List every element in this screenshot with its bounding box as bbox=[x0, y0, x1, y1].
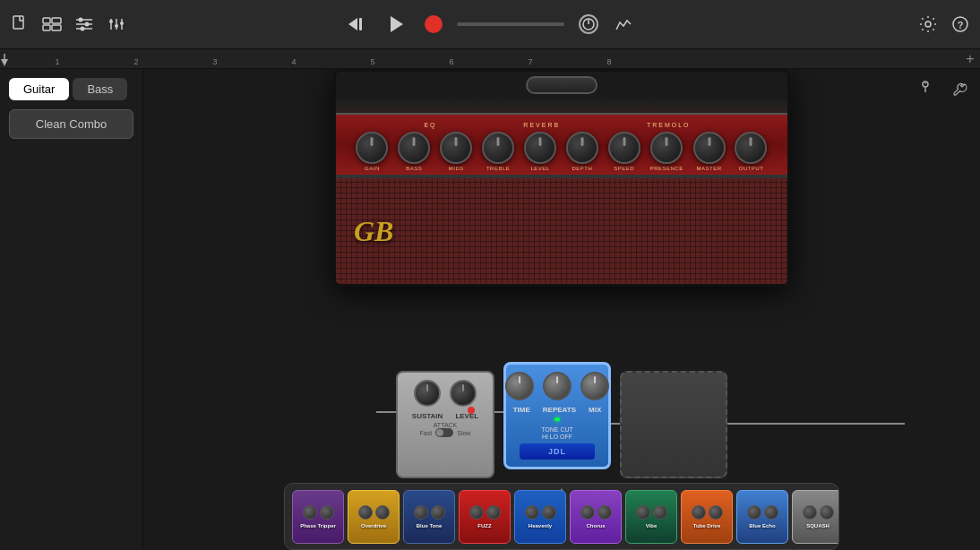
ruler-tick-8: 8 bbox=[570, 57, 649, 68]
mix-knob[interactable] bbox=[580, 372, 609, 400]
tuner-icon[interactable] bbox=[613, 13, 634, 35]
left-panel: Guitar Bass Clean Combo bbox=[0, 69, 143, 550]
picker-pedal-blue-echo[interactable]: Blue Echo bbox=[736, 490, 788, 544]
attack-label: ATTACK bbox=[434, 422, 458, 428]
picker-pedal-phase-tripper[interactable]: Phase Tripper bbox=[292, 490, 344, 544]
pp10-knob1 bbox=[803, 505, 817, 520]
speed-knob-body[interactable] bbox=[608, 132, 640, 164]
attack-toggle[interactable] bbox=[435, 428, 453, 437]
time-knob[interactable] bbox=[505, 372, 534, 400]
amp-knob-master[interactable]: MASTER bbox=[693, 132, 726, 171]
rewind-button[interactable] bbox=[346, 13, 367, 35]
pp10-knob2 bbox=[820, 505, 834, 520]
bass-tab[interactable]: Bass bbox=[73, 78, 127, 100]
help-button[interactable]: ? bbox=[950, 13, 971, 35]
fast-label: Fast bbox=[420, 430, 433, 436]
content-area: EQ REVERB TREMOLO GAIN BASS bbox=[143, 69, 980, 550]
sustain-label: SUSTAIN bbox=[412, 412, 443, 420]
preset-selector[interactable]: Clean Combo bbox=[9, 109, 133, 139]
tremolo-label: TREMOLO bbox=[647, 122, 691, 128]
picker-pedal-vibe[interactable]: Vibe bbox=[625, 490, 677, 544]
amp-knob-level[interactable]: LEVEL bbox=[524, 132, 556, 171]
pp8-label: Tube Drive bbox=[693, 523, 721, 529]
pp1-label: Phase Tripper bbox=[300, 523, 336, 529]
amp-knob-bass[interactable]: BASS bbox=[398, 132, 430, 171]
transport-slider[interactable] bbox=[457, 22, 564, 26]
gain-knob-body[interactable] bbox=[356, 132, 388, 164]
content-top-icons bbox=[914, 78, 971, 101]
pp9-label: Blue Echo bbox=[749, 523, 775, 529]
wrench-icon[interactable] bbox=[948, 78, 971, 101]
mids-knob-body[interactable] bbox=[440, 132, 472, 164]
amp-control-panel: EQ REVERB TREMOLO GAIN BASS bbox=[336, 113, 787, 176]
delay-brand: JDL bbox=[548, 447, 566, 456]
microphone-icon[interactable] bbox=[914, 78, 937, 101]
reverb-label: REVERB bbox=[523, 122, 560, 128]
delay-brand-bar: JDL bbox=[520, 443, 594, 460]
guitar-tab[interactable]: Guitar bbox=[9, 78, 69, 100]
tube-drive-inner: Tube Drive bbox=[682, 491, 732, 543]
picker-pedal-squash[interactable]: SQUASH bbox=[792, 490, 839, 544]
presence-knob-body[interactable] bbox=[650, 132, 683, 164]
settings-button[interactable] bbox=[917, 13, 939, 35]
picker-pedal-overdrive[interactable]: Overdrive bbox=[348, 490, 400, 544]
svg-rect-18 bbox=[359, 18, 362, 30]
amp-knob-presence[interactable]: PRESENCE bbox=[650, 132, 683, 171]
svg-rect-1 bbox=[43, 18, 50, 23]
picker-pedal-tube-drive[interactable]: Tube Drive bbox=[681, 490, 733, 544]
mixer-icon[interactable] bbox=[73, 13, 95, 35]
amp-knobs-row: GAIN BASS MIDS TREBLE bbox=[354, 132, 769, 171]
metronome-icon[interactable] bbox=[579, 14, 598, 34]
gb-logo: GB bbox=[354, 215, 393, 248]
level-knob-body[interactable] bbox=[524, 132, 556, 164]
picker-pedal-blue-tone[interactable]: Blue Tone bbox=[403, 490, 455, 544]
amp-body: EQ REVERB TREMOLO GAIN BASS bbox=[333, 69, 790, 287]
level-label: LEVEL bbox=[530, 166, 549, 171]
attack-row: Fast Slow bbox=[420, 428, 471, 437]
bass-knob-body[interactable] bbox=[398, 132, 430, 164]
record-button[interactable] bbox=[425, 15, 443, 33]
amp-knob-gain[interactable]: GAIN bbox=[356, 132, 388, 171]
amp-knob-depth[interactable]: DEPTH bbox=[566, 132, 598, 171]
new-document-icon[interactable] bbox=[9, 13, 30, 35]
pp9-knobs bbox=[747, 505, 778, 520]
depth-knob-body[interactable] bbox=[566, 132, 598, 164]
svg-point-8 bbox=[79, 18, 83, 22]
master-knob-body[interactable] bbox=[693, 132, 726, 164]
empty-pedal-slot[interactable] bbox=[620, 371, 727, 478]
pp6-knob1 bbox=[580, 505, 595, 520]
level-knob[interactable] bbox=[450, 380, 477, 407]
amp-grill: GB bbox=[336, 176, 787, 284]
repeats-knob[interactable] bbox=[543, 372, 572, 400]
svg-marker-25 bbox=[1, 59, 8, 66]
ruler-tick-3: 3 bbox=[176, 57, 254, 68]
main-area: Guitar Bass Clean Combo bbox=[0, 69, 980, 550]
amp-knob-treble[interactable]: TREBLE bbox=[482, 132, 514, 171]
treble-knob-body[interactable] bbox=[482, 132, 514, 164]
svg-point-10 bbox=[81, 27, 85, 31]
speed-label: SPEED bbox=[614, 166, 634, 171]
output-knob-body[interactable] bbox=[735, 132, 767, 164]
tracks-icon[interactable] bbox=[41, 13, 63, 35]
sliders-icon[interactable] bbox=[106, 13, 127, 35]
sustain-knob[interactable] bbox=[414, 380, 441, 407]
svg-point-9 bbox=[85, 22, 90, 27]
pp3-knobs bbox=[414, 505, 445, 520]
play-button[interactable] bbox=[382, 10, 410, 39]
compressor-pedal[interactable]: SUSTAIN LEVEL ATTACK Fast Slow bbox=[396, 371, 494, 478]
picker-pedal-heavenly[interactable]: Heavenly bbox=[514, 490, 566, 544]
chorus-inner: Chorus bbox=[571, 491, 621, 543]
pp9-knob2 bbox=[764, 505, 778, 520]
amp-knob-speed[interactable]: SPEED bbox=[608, 132, 640, 171]
delay-pedal[interactable]: Time Repeats Mix TONE CUT HI LO OFF JDL bbox=[503, 362, 611, 469]
blue-tone-inner: Blue Tone bbox=[404, 491, 454, 543]
picker-pedal-chorus[interactable]: Chorus bbox=[570, 490, 622, 544]
add-track-button[interactable]: + bbox=[960, 49, 980, 69]
amp-knob-mids[interactable]: MIDS bbox=[440, 132, 472, 171]
amp-knob-output[interactable]: OUTPUT bbox=[735, 132, 767, 171]
svg-marker-19 bbox=[391, 16, 403, 32]
pp9-knob1 bbox=[747, 505, 761, 520]
treble-label: TREBLE bbox=[486, 166, 510, 171]
picker-pedal-fuzz[interactable]: FUZZ bbox=[459, 490, 511, 544]
bass-label: BASS bbox=[406, 166, 422, 171]
